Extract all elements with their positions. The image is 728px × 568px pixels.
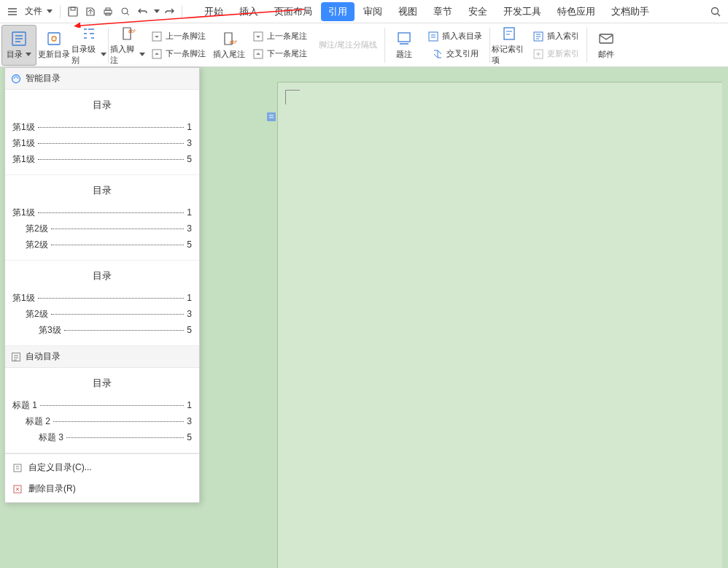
- app-menu-icon[interactable]: [4, 4, 20, 20]
- auto-toc-label: 自动目录: [26, 350, 61, 363]
- caption-button[interactable]: 题注: [387, 25, 422, 66]
- leader-dots: [40, 405, 184, 406]
- toc-page: 5: [187, 429, 192, 445]
- search-icon[interactable]: [708, 4, 724, 20]
- leader-dots: [51, 229, 185, 229]
- toc-page: 5: [187, 237, 192, 253]
- tab-page-layout[interactable]: 页面布局: [267, 2, 320, 21]
- svg-rect-16: [429, 32, 438, 41]
- mark-index-button[interactable]: 标记索引项: [492, 25, 527, 66]
- custom-icon: [12, 463, 23, 473]
- mail-icon: [597, 30, 615, 47]
- tab-insert[interactable]: 插入: [232, 2, 266, 21]
- toc-entry: 第1级: [12, 151, 35, 167]
- leader-dots: [38, 212, 185, 213]
- toc-style-auto[interactable]: 目录 标题 11 标题 23 标题 35: [5, 368, 199, 453]
- toc-entry: 第2级: [26, 306, 48, 322]
- delete-icon: [12, 484, 23, 494]
- page-side-icon[interactable]: [266, 112, 276, 122]
- tab-review[interactable]: 审阅: [356, 2, 390, 21]
- prev-endnote-button[interactable]: 上一条尾注: [249, 28, 310, 45]
- footnote-nav-group: 上一条脚注 下一条脚注: [145, 23, 212, 66]
- tab-view[interactable]: 视图: [391, 2, 425, 21]
- svg-rect-21: [267, 112, 276, 121]
- cross-ref-icon: [432, 48, 444, 60]
- mail-label: 邮件: [598, 49, 614, 60]
- caption-label: 题注: [396, 49, 412, 60]
- page-margin-corner: [285, 90, 300, 104]
- footnote-sep-group: 脚注/尾注分隔线: [313, 23, 383, 66]
- toc-entry: 第3级: [39, 322, 61, 338]
- leader-dots: [64, 330, 185, 331]
- prev-footnote-button[interactable]: 上一条脚注: [148, 28, 209, 45]
- toc-button[interactable]: 目录: [1, 25, 36, 66]
- toc-page: 1: [187, 290, 192, 306]
- insert-footnote-label: 插入脚注: [110, 44, 136, 66]
- cross-ref-button[interactable]: 交叉引用: [429, 45, 481, 63]
- insert-endnote-button[interactable]: ab¹ 插入尾注: [212, 25, 247, 66]
- update-index-icon: [533, 48, 544, 60]
- update-toc-button[interactable]: 更新目录: [36, 25, 71, 66]
- insert-footnote-button[interactable]: ab¹ 插入脚注: [110, 25, 145, 66]
- toc-entry: 第1级: [12, 290, 35, 306]
- next-endnote-button[interactable]: 下一条尾注: [249, 45, 310, 63]
- print-preview-icon[interactable]: [117, 4, 133, 20]
- caption-icon: [395, 30, 413, 47]
- toc-entry: 第1级: [12, 135, 35, 151]
- toc-page: 3: [187, 135, 192, 151]
- separator: [384, 28, 385, 63]
- insert-fig-toc-button[interactable]: 插入表目录: [425, 28, 485, 45]
- tab-devtools[interactable]: 开发工具: [496, 2, 549, 21]
- endnote-icon: ab¹: [220, 30, 238, 47]
- tab-start[interactable]: 开始: [197, 2, 231, 21]
- print-icon[interactable]: [100, 4, 116, 20]
- leader-dots: [38, 298, 185, 299]
- tab-doc-assistant[interactable]: 文档助手: [604, 2, 657, 21]
- save-icon[interactable]: [65, 4, 81, 20]
- separator: [60, 5, 61, 18]
- toc-page: 1: [187, 204, 192, 220]
- tab-security[interactable]: 安全: [461, 2, 495, 21]
- toc-entry: 标题 3: [39, 429, 63, 445]
- chevron-down-icon: [26, 53, 31, 56]
- toc-style-2[interactable]: 目录 第1级1 第2级3 第2级5: [5, 175, 199, 261]
- mail-button[interactable]: 邮件: [589, 25, 624, 66]
- svg-rect-8: [48, 33, 60, 45]
- undo-dropdown-icon[interactable]: [154, 9, 160, 13]
- ribbon: 目录 更新目录 目录级别 ab¹ 插入脚注 上一条脚注 下一条脚注 ab¹ 插入…: [0, 23, 728, 67]
- tab-special[interactable]: 特色应用: [550, 2, 603, 21]
- document-page[interactable]: [277, 82, 722, 568]
- tab-references[interactable]: 引用: [321, 2, 355, 21]
- update-index-label: 更新索引: [547, 48, 579, 59]
- toc-level-button[interactable]: 目录级别: [71, 25, 107, 66]
- auto-toc-header: 自动目录: [5, 346, 199, 368]
- smart-icon: [11, 74, 21, 84]
- toc-icon: [10, 30, 28, 47]
- chevron-down-icon: [139, 53, 145, 56]
- chevron-down-icon: [101, 53, 107, 56]
- delete-toc-label: 删除目录(R): [28, 483, 76, 495]
- levels-icon: [80, 25, 98, 42]
- delete-toc-item[interactable]: 删除目录(R): [5, 478, 199, 499]
- toc-page: 1: [187, 397, 192, 413]
- file-menu[interactable]: 文件: [22, 5, 55, 18]
- export-icon[interactable]: [82, 4, 98, 20]
- toc-entry: 第1级: [12, 119, 35, 135]
- toc-entry: 标题 1: [12, 397, 37, 413]
- next-footnote-button[interactable]: 下一条脚注: [148, 45, 209, 63]
- insert-endnote-label: 插入尾注: [213, 49, 245, 60]
- insert-index-button[interactable]: 插入索引: [530, 28, 582, 45]
- svg-point-22: [12, 74, 20, 82]
- toc-page: 1: [187, 119, 192, 135]
- update-index-button[interactable]: 更新索引: [530, 45, 582, 63]
- tab-chapter[interactable]: 章节: [426, 2, 460, 21]
- caption-extra-group: 插入表目录 交叉引用: [422, 23, 488, 66]
- redo-icon[interactable]: [161, 4, 177, 20]
- toc-style-1[interactable]: 目录 第1级1 第1级3 第1级5: [5, 90, 199, 175]
- svg-rect-17: [504, 28, 514, 39]
- toc-style-3[interactable]: 目录 第1级1 第2级3 第3级5: [5, 261, 199, 346]
- undo-icon[interactable]: [135, 4, 151, 20]
- custom-toc-item[interactable]: 自定义目录(C)...: [5, 457, 199, 478]
- toc-entry: 第1级: [12, 204, 35, 220]
- chevron-down-icon: [47, 9, 53, 13]
